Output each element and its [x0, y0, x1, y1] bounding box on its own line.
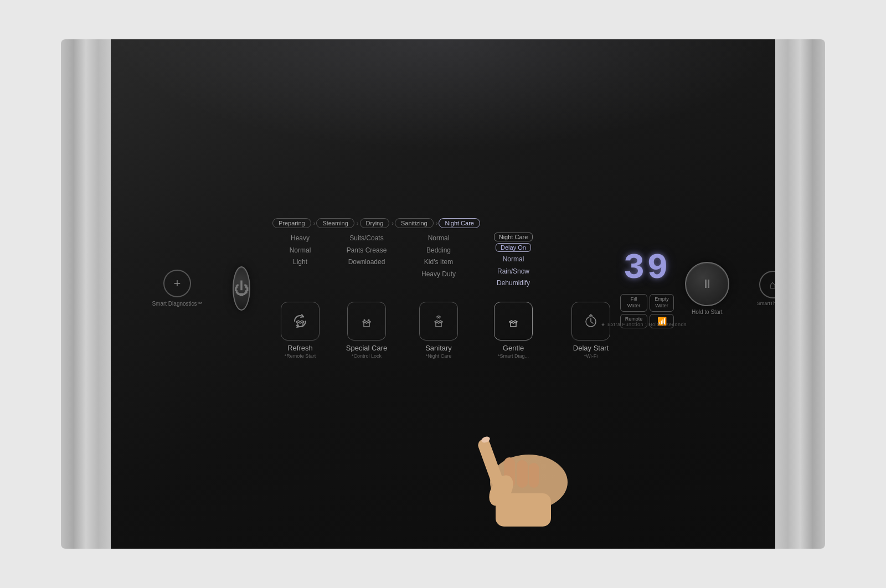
gentle-button-col: Gentle *Smart Diag... — [477, 302, 549, 359]
sub-opt-bedding[interactable]: Bedding — [426, 245, 451, 257]
refresh-button[interactable] — [281, 302, 320, 341]
sub-col-steaming: Suits/Coats Pants Crease Downloaded — [333, 233, 400, 269]
hand-overlay — [424, 360, 617, 515]
gentle-button[interactable] — [494, 302, 533, 341]
svg-rect-7 — [529, 463, 539, 488]
mode-pill-steaming[interactable]: Steaming — [316, 218, 354, 228]
night-care-badge[interactable]: Night Care — [494, 233, 533, 241]
right-controls: 39 Fill Water Empty Water Remote — [620, 249, 775, 328]
left-frame — [61, 39, 111, 549]
delay-start-label: Delay Start — [573, 344, 609, 352]
control-panel: + Smart Diagnostics™ ⏻ Preparing › Steam… — [111, 39, 775, 549]
gentle-label: Gentle — [503, 344, 524, 352]
sub-opt-normal[interactable]: Normal — [290, 245, 311, 257]
svg-rect-5 — [504, 457, 515, 488]
special-care-button-col: Special Care *Control Lock — [333, 302, 400, 359]
mode-pill-drying[interactable]: Drying — [360, 218, 390, 228]
smart-diagnostics-icon[interactable]: + — [163, 270, 191, 297]
sub-opt-rain-snow[interactable]: Rain/Snow — [497, 266, 529, 278]
smart-thinq-label: SmartThinQ™ — [757, 301, 775, 306]
extra-function-note: ★ Extra Function : Hold 3 seconds — [601, 322, 687, 327]
svg-rect-9 — [496, 493, 551, 527]
appliance-wrapper: + Smart Diagnostics™ ⏻ Preparing › Steam… — [61, 39, 825, 549]
sanitary-label: Sanitary — [425, 344, 452, 352]
svg-point-8 — [484, 471, 518, 510]
sub-opt-dehumidify[interactable]: Dehumidify — [497, 277, 530, 290]
gentle-icon — [503, 311, 523, 331]
smart-thinq-button[interactable]: ⌂ — [759, 271, 775, 298]
center-section: Preparing › Steaming › Drying › Sanitizi… — [272, 218, 632, 359]
sub-opt-kids[interactable]: Kid's Item — [424, 256, 453, 269]
svg-rect-6 — [517, 460, 528, 488]
refresh-icon — [290, 311, 310, 331]
smart-diagnostics-label: Smart Diagnostics™ — [152, 300, 202, 307]
power-icon: ⏻ — [234, 280, 249, 298]
sub-opt-pants[interactable]: Pants Crease — [347, 245, 387, 257]
smart-diagnostics-section: + Smart Diagnostics™ — [144, 270, 210, 307]
hold-to-start-label: Hold to Start — [692, 309, 723, 315]
icon-buttons-row: Refresh *Remote Start — [272, 302, 632, 359]
mode-labels-row: Preparing › Steaming › Drying › Sanitizi… — [272, 218, 482, 228]
special-care-button[interactable] — [347, 302, 386, 341]
mode-pill-sanitizing[interactable]: Sanitizing — [395, 218, 434, 228]
sub-col-preparing: Heavy Normal Light — [272, 233, 328, 269]
refresh-sublabel: *Remote Start — [285, 353, 316, 359]
special-care-icon — [357, 311, 377, 331]
svg-point-1 — [368, 319, 370, 321]
delay-start-button[interactable] — [571, 302, 610, 341]
sub-opt-heavy-duty[interactable]: Heavy Duty — [421, 269, 456, 281]
delay-on-badge[interactable]: Delay On — [496, 243, 531, 252]
time-display: 39 — [624, 249, 671, 288]
sanitary-icon — [429, 311, 449, 331]
sub-opt-downloaded[interactable]: Downloaded — [348, 256, 385, 269]
sub-opt-heavy[interactable]: Heavy — [291, 233, 310, 245]
sub-col-nightcare: Night Care Delay On Normal Rain/Snow Deh… — [477, 233, 549, 290]
delay-start-button-col: Delay Start *Wi-Fi — [555, 302, 627, 359]
svg-rect-4 — [476, 437, 504, 488]
svg-point-0 — [364, 319, 365, 321]
sub-opt-nc-normal[interactable]: Normal — [503, 254, 524, 266]
sub-opt-light[interactable]: Light — [293, 256, 307, 269]
empty-water-button[interactable]: Empty Water — [650, 294, 674, 311]
mode-pill-nightcare[interactable]: Night Care — [439, 218, 480, 228]
refresh-label: Refresh — [287, 344, 313, 352]
right-frame — [775, 39, 825, 549]
power-button[interactable]: ⏻ — [233, 266, 250, 311]
sub-opt-suits[interactable]: Suits/Coats — [349, 233, 383, 245]
smart-thinq-section: ⌂ SmartThinQ™ — [757, 271, 775, 306]
sanitary-button[interactable] — [419, 302, 458, 341]
display-and-water: 39 Fill Water Empty Water Remote — [620, 249, 674, 328]
svg-point-3 — [490, 455, 568, 510]
sub-opt-normal-dry[interactable]: Normal — [428, 233, 450, 245]
refresh-button-col: Refresh *Remote Start — [272, 302, 328, 359]
sanitary-sublabel: *Night Care — [426, 353, 452, 359]
svg-point-10 — [481, 436, 491, 444]
sub-options-row: Heavy Normal Light Suits/Coats Pants Cre… — [272, 233, 632, 290]
gentle-sublabel: *Smart Diag... — [498, 353, 529, 359]
delay-start-icon — [581, 311, 601, 331]
sub-col-drying: Normal Bedding Kid's Item Heavy Duty — [405, 233, 472, 280]
home-icon: ⌂ — [769, 278, 775, 291]
special-care-label: Special Care — [346, 344, 387, 352]
right-section: 39 Fill Water Empty Water Remote — [632, 249, 775, 328]
play-pause-icon: ⏸ — [701, 277, 713, 291]
sanitary-button-col: Sanitary *Night Care — [405, 302, 472, 359]
delay-start-sublabel: *Wi-Fi — [584, 353, 598, 359]
mode-pill-preparing[interactable]: Preparing — [272, 218, 311, 228]
fill-water-button[interactable]: Fill Water — [620, 294, 648, 311]
special-care-sublabel: *Control Lock — [352, 353, 382, 359]
play-pause-button[interactable]: ⏸ — [685, 262, 729, 306]
